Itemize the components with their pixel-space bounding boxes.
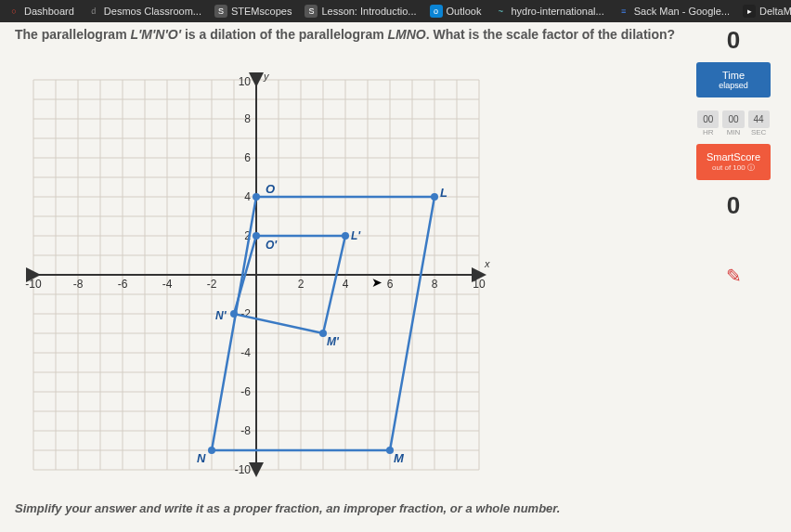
svg-text:-4: -4: [240, 346, 251, 359]
bookmark-sackman[interactable]: ≡Sack Man - Google...: [617, 5, 730, 18]
svg-point-79: [230, 310, 238, 318]
svg-point-78: [319, 330, 327, 337]
svg-text:-6: -6: [118, 278, 128, 291]
svg-text:4: 4: [244, 190, 251, 203]
svg-text:-4: -4: [162, 278, 173, 291]
svg-text:O: O: [266, 182, 275, 196]
svg-text:-8: -8: [73, 278, 84, 291]
bookmark-hydro[interactable]: ~hydro-international...: [494, 5, 603, 18]
svg-point-68: [431, 193, 438, 201]
svg-text:6: 6: [244, 151, 251, 164]
bookmark-stemscopes[interactable]: SSTEMscopes: [214, 5, 292, 18]
svg-text:6: 6: [387, 278, 394, 291]
svg-point-76: [253, 232, 260, 240]
svg-marker-75: [234, 236, 345, 333]
bookmark-lesson[interactable]: SLesson: Introductio...: [305, 5, 416, 18]
svg-text:8: 8: [432, 278, 438, 291]
bookmark-dashboard[interactable]: ○Dashboard: [7, 5, 74, 18]
svg-point-69: [386, 447, 394, 454]
main-content: The parallelogram L'M'N'O' is a dilation…: [0, 22, 791, 519]
svg-text:10: 10: [239, 75, 252, 88]
time-values: 00 00 44: [697, 110, 769, 128]
svg-text:N': N': [215, 309, 227, 322]
svg-text:-8: -8: [240, 424, 251, 437]
pencil-icon[interactable]: ✎: [726, 265, 742, 287]
answered-counter: 0: [727, 26, 740, 55]
svg-text:8: 8: [244, 112, 251, 125]
bookmark-outlook[interactable]: oOutlook: [430, 5, 482, 18]
svg-text:10: 10: [473, 278, 486, 291]
coordinate-graph[interactable]: -10-8-6-4-2 246810 108642 -2-4-6-8-10 x …: [15, 52, 498, 498]
smartscore-value: 0: [727, 191, 740, 220]
question-text: The parallelogram L'M'N'O' is a dilation…: [15, 26, 776, 45]
svg-text:L': L': [351, 229, 361, 242]
svg-text:O': O': [266, 239, 278, 252]
bookmark-deltamath[interactable]: ▸DeltaMath: [743, 5, 791, 18]
sidebar: 0 Time elapsed 00 00 44 HRMINSEC SmartSc…: [687, 26, 780, 287]
svg-text:-6: -6: [240, 385, 251, 398]
svg-text:M: M: [394, 451, 405, 465]
svg-point-77: [342, 232, 349, 240]
time-elapsed-box: Time elapsed: [696, 62, 771, 97]
svg-text:4: 4: [343, 278, 349, 291]
svg-point-67: [253, 193, 260, 201]
svg-text:-10: -10: [235, 463, 252, 476]
svg-text:M': M': [327, 335, 340, 348]
smartscore-box: SmartScore out of 100 ⓘ: [696, 144, 771, 180]
svg-text:N: N: [197, 451, 206, 465]
instruction-text: Simplify your answer and write it as a p…: [15, 501, 776, 515]
svg-text:-2: -2: [207, 278, 217, 291]
svg-text:L: L: [440, 186, 447, 200]
svg-text:2: 2: [298, 278, 305, 291]
bookmark-desmos[interactable]: dDesmos Classroom...: [87, 5, 201, 18]
svg-point-70: [208, 447, 215, 454]
bookmarks-bar: ○Dashboard dDesmos Classroom... SSTEMsco…: [0, 0, 791, 22]
svg-text:-10: -10: [25, 278, 42, 291]
svg-text:x: x: [484, 258, 490, 269]
